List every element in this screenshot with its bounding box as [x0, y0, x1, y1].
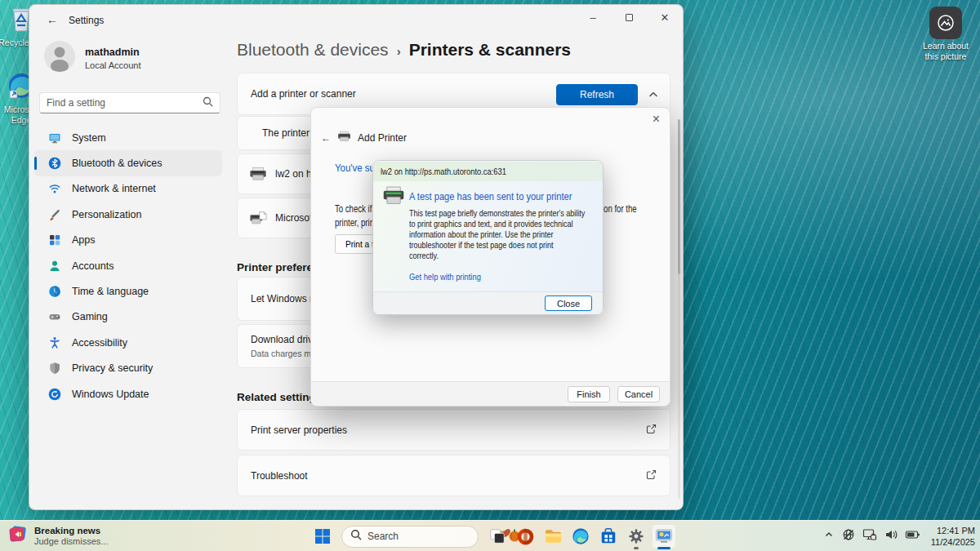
sidebar-item-time-language[interactable]: Time & language: [34, 278, 222, 304]
gamepad-icon: [47, 310, 61, 324]
start-button[interactable]: [309, 522, 336, 550]
file-explorer-button[interactable]: [539, 522, 567, 550]
sidebar-item-gaming[interactable]: Gaming: [34, 304, 222, 330]
office-button[interactable]: [511, 522, 539, 550]
account-type: Local Account: [85, 60, 141, 70]
test-page-dialog: lw2 on http://ps.math.utoronto.ca:631 ✕ …: [372, 160, 604, 315]
sidebar-item-label: Apps: [72, 234, 96, 246]
sidebar-item-personalization[interactable]: Personalization: [34, 202, 222, 227]
widget-title: Breaking news: [34, 525, 108, 536]
scrollbar[interactable]: [678, 119, 680, 499]
printer-icon: [382, 186, 405, 208]
sidebar-item-accessibility[interactable]: Accessibility: [34, 330, 222, 355]
close-button[interactable]: ✕: [647, 5, 683, 29]
maximize-button[interactable]: [611, 5, 647, 29]
desktop-icon-label: Learn about this picture: [918, 41, 973, 61]
settings-search-input[interactable]: [40, 97, 203, 109]
add-printer-label: Add a printer or scanner: [251, 88, 356, 100]
maximize-icon: [626, 14, 633, 21]
sidebar-item-label: Gaming: [72, 311, 108, 322]
dialog-close-icon[interactable]: ×: [653, 112, 660, 127]
widgets-icon: [7, 524, 28, 549]
task-view-button[interactable]: [483, 522, 511, 550]
sidebar-item-label: Privacy & security: [72, 362, 153, 374]
clock[interactable]: 12:41 PM 11/24/2025: [931, 525, 975, 549]
sidebar-item-label: Network & internet: [72, 183, 156, 194]
printer-pdf-icon: [249, 211, 267, 229]
page-title: Printers & scanners: [409, 40, 571, 60]
external-link-icon: [646, 469, 657, 483]
desktop: Recycle Bin Microsoft Edge Learn about t…: [0, 0, 980, 551]
chevron-up-icon[interactable]: [648, 87, 658, 101]
test-dialog-footer: Close: [373, 291, 603, 314]
system-icon: [47, 131, 61, 144]
related-settings-heading: Related settings: [237, 391, 322, 403]
sidebar-item-bluetooth-devices[interactable]: Bluetooth & devices: [34, 150, 222, 176]
taskbar-search-box[interactable]: [341, 526, 479, 548]
sidebar-item-label: Bluetooth & devices: [72, 158, 163, 169]
printer-icon: [249, 167, 267, 184]
no-internet-icon[interactable]: [842, 528, 855, 544]
sidebar-item-privacy-security[interactable]: Privacy & security: [34, 356, 222, 381]
settings-search-box[interactable]: [39, 92, 220, 113]
taskbar-search-input[interactable]: [368, 531, 494, 542]
sidebar-item-network-internet[interactable]: Network & internet: [34, 176, 222, 202]
window-title: Settings: [69, 15, 104, 26]
sidebar-item-system[interactable]: System: [34, 125, 222, 150]
sidebar-item-label: Time & language: [72, 286, 149, 297]
active-app-indicator: [657, 547, 670, 549]
clock-time: 12:41 PM: [931, 525, 975, 536]
sidebar-item-label: Personalization: [72, 209, 141, 220]
bluetooth-icon: [47, 157, 61, 171]
test-dialog-title: lw2 on http://ps.math.utoronto.ca:631: [381, 167, 528, 176]
test-dialog-heading: A test page has been sent to your printe…: [409, 190, 604, 202]
search-icon: [203, 96, 213, 110]
sidebar-item-apps[interactable]: Apps: [34, 228, 222, 253]
accessibility-icon: [47, 335, 61, 349]
scrollbar-thumb[interactable]: [678, 119, 680, 274]
window-controls: – ✕: [575, 5, 683, 29]
back-icon[interactable]: ←: [321, 132, 331, 144]
print-server-properties-row[interactable]: Print server properties: [237, 409, 670, 451]
edge-button[interactable]: [567, 522, 595, 550]
breadcrumb-parent[interactable]: Bluetooth & devices: [237, 40, 389, 60]
ethernet-display-icon[interactable]: [862, 528, 877, 544]
row-label: Print server properties: [251, 424, 347, 436]
finish-button[interactable]: Finish: [568, 386, 610, 402]
taskbar-center: [309, 522, 678, 550]
brush-icon: [47, 207, 61, 221]
back-icon[interactable]: ←: [42, 11, 62, 29]
volume-icon[interactable]: [884, 528, 898, 544]
avatar[interactable]: [44, 41, 75, 72]
refresh-button[interactable]: Refresh: [556, 84, 638, 105]
settings-app-button[interactable]: [622, 522, 650, 550]
external-link-icon: [646, 423, 657, 438]
minimize-button[interactable]: –: [575, 5, 611, 29]
picture-info-icon: [929, 7, 962, 39]
search-icon: [350, 529, 362, 544]
wifi-icon: [47, 182, 61, 196]
cancel-button[interactable]: Cancel: [617, 386, 660, 402]
breadcrumb-separator: ›: [397, 44, 401, 58]
selected-indicator: [34, 157, 37, 170]
troubleshoot-row[interactable]: Troubleshoot: [237, 455, 670, 496]
battery-icon[interactable]: [905, 528, 920, 544]
account-name: mathadmin: [85, 47, 140, 58]
desktop-icon-learn-picture[interactable]: Learn about this picture: [918, 7, 973, 61]
test-close-button[interactable]: Close: [545, 295, 592, 311]
clock-icon: [47, 285, 61, 299]
microsoft-store-button[interactable]: [595, 522, 622, 550]
sidebar-item-label: Accounts: [72, 260, 114, 272]
apps-icon: [47, 233, 61, 247]
row-label: Troubleshoot: [251, 470, 308, 482]
sidebar-item-windows-update[interactable]: Windows Update: [34, 381, 222, 407]
sidebar-item-label: System: [72, 132, 106, 144]
hidden-icons-chevron[interactable]: [823, 529, 835, 544]
clock-date: 11/24/2025: [931, 536, 975, 548]
widgets-button[interactable]: Breaking news Judge dismisses...: [7, 523, 108, 549]
active-window-button[interactable]: [650, 522, 678, 550]
get-help-link[interactable]: Get help with printing: [409, 272, 493, 282]
shield-icon: [47, 362, 61, 375]
breadcrumb: Bluetooth & devices › Printers & scanner…: [237, 40, 571, 60]
sidebar-item-accounts[interactable]: Accounts: [34, 253, 222, 278]
